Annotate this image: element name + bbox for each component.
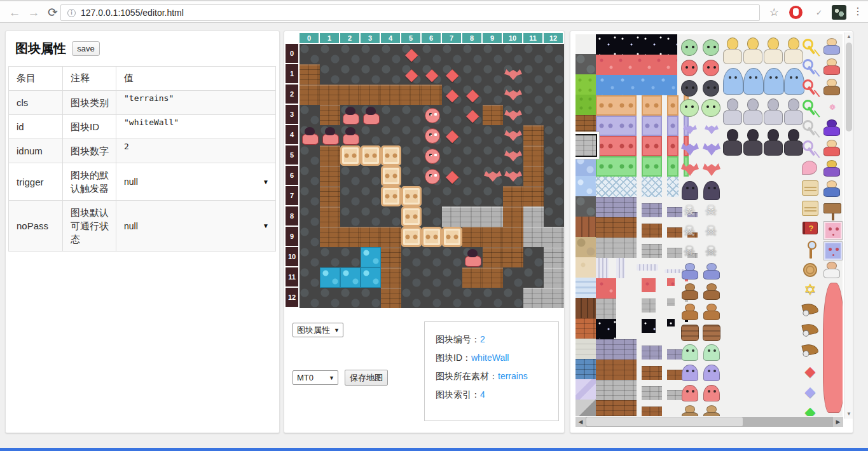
tileset-sprite-man[interactable] xyxy=(703,304,720,320)
tileset-tile[interactable] xyxy=(596,238,637,258)
tileset-sprite-skull[interactable]: ☠ xyxy=(703,243,719,259)
map-tile[interactable] xyxy=(523,84,544,105)
map-tile[interactable] xyxy=(523,145,544,166)
map-tile[interactable] xyxy=(361,84,381,105)
map-tile[interactable] xyxy=(340,64,361,84)
reload-icon[interactable]: ⟳ xyxy=(45,4,61,21)
map-tile[interactable] xyxy=(401,206,422,227)
map-sprite-gem[interactable]: ◆ xyxy=(401,64,422,84)
property-value-text[interactable]: 2 xyxy=(124,142,269,151)
map-tile[interactable] xyxy=(544,186,564,206)
vertical-scroll-thumb[interactable] xyxy=(846,43,852,131)
tileset-sprite-slime[interactable] xyxy=(703,60,719,76)
tileset-sprite-bat[interactable] xyxy=(703,163,720,177)
mode-select[interactable]: 图块属性▼ xyxy=(293,323,343,337)
map-tile[interactable] xyxy=(544,125,564,145)
map-sprite-slime[interactable] xyxy=(422,125,442,145)
map-tile[interactable] xyxy=(442,105,462,125)
tileset-sprite-ghost[interactable] xyxy=(703,365,720,381)
map-tile[interactable] xyxy=(422,206,442,227)
tileset-tile[interactable] xyxy=(667,227,682,238)
tileset-sprite-purple-ghost[interactable] xyxy=(682,365,698,381)
map-tile[interactable] xyxy=(401,105,422,125)
map-tile[interactable] xyxy=(381,64,401,84)
save-map-button[interactable]: 保存地图 xyxy=(345,370,388,386)
tileset-sprite-big-pink-creature[interactable] xyxy=(823,283,843,413)
map-tile[interactable] xyxy=(544,84,564,105)
map-tile[interactable] xyxy=(381,206,401,227)
tileset-tile[interactable] xyxy=(596,95,637,116)
page-info-icon[interactable]: i xyxy=(67,9,76,17)
map-tile[interactable] xyxy=(300,267,320,288)
tileset-tile[interactable] xyxy=(637,264,658,271)
map-tile[interactable] xyxy=(340,186,361,206)
tileset-tile[interactable] xyxy=(667,349,682,360)
tileset-tile[interactable] xyxy=(575,95,596,115)
tileset-sprite-wing-1[interactable] xyxy=(801,301,819,316)
tileset-tile[interactable] xyxy=(575,196,596,217)
map-sprite-skel[interactable] xyxy=(340,125,361,145)
back-icon[interactable]: ← xyxy=(6,4,23,21)
tileset-tile[interactable] xyxy=(667,390,682,400)
forward-icon[interactable]: → xyxy=(25,4,42,21)
map-tile[interactable] xyxy=(300,166,320,186)
map-tile[interactable] xyxy=(462,166,483,186)
map-tile[interactable] xyxy=(483,186,503,206)
tileset-sprite-man[interactable] xyxy=(784,129,803,156)
tileset-tile[interactable] xyxy=(596,55,677,75)
map-tile[interactable] xyxy=(320,206,340,227)
tileset-tile[interactable] xyxy=(596,75,677,95)
map-tile[interactable] xyxy=(361,267,381,288)
map-tile[interactable] xyxy=(462,206,483,227)
tileset-sprite-scroll-pen[interactable] xyxy=(802,180,818,196)
map-tile[interactable] xyxy=(320,186,340,206)
map-tile[interactable] xyxy=(483,288,503,308)
tileset-tile[interactable] xyxy=(642,299,656,313)
tileset-tile[interactable] xyxy=(667,319,675,326)
map-tile[interactable] xyxy=(483,227,503,247)
map-tile[interactable] xyxy=(300,145,320,166)
tileset-tile[interactable] xyxy=(575,237,596,257)
map-tile[interactable] xyxy=(320,44,340,64)
tileset-tile[interactable] xyxy=(596,360,637,380)
map-sprite-bat[interactable] xyxy=(503,105,523,125)
map-tile[interactable] xyxy=(320,247,340,267)
tileset-sprite-winged-staff[interactable] xyxy=(802,241,818,259)
map-tile[interactable] xyxy=(320,227,340,247)
map-tile[interactable] xyxy=(340,145,361,166)
tileset-sprite-man[interactable] xyxy=(743,129,762,156)
tileset-tile[interactable] xyxy=(642,136,662,156)
tileset-tile[interactable] xyxy=(575,278,596,298)
map-sprite-gem[interactable]: ◆ xyxy=(442,64,462,84)
tileset-tile[interactable] xyxy=(642,203,662,217)
tileset-tile[interactable] xyxy=(667,299,675,306)
map-tile[interactable] xyxy=(544,247,564,267)
tileset-sprite-old-man[interactable] xyxy=(823,38,840,55)
tileset-sprite-moai[interactable] xyxy=(703,325,720,341)
map-tile[interactable] xyxy=(442,227,462,247)
tileset-tile[interactable] xyxy=(667,156,679,177)
tileset-sprite-slime[interactable] xyxy=(703,80,719,97)
map-tile[interactable] xyxy=(483,145,503,166)
scroll-right-icon[interactable]: ▶ xyxy=(833,417,843,427)
map-tile[interactable] xyxy=(422,44,442,64)
map-tile[interactable] xyxy=(361,125,381,145)
map-tile[interactable] xyxy=(361,227,381,247)
map-tile[interactable] xyxy=(361,64,381,84)
map-sprite-bat[interactable] xyxy=(503,84,523,105)
map-tile[interactable] xyxy=(544,105,564,125)
tileset-tile[interactable] xyxy=(575,176,596,196)
map-tile[interactable] xyxy=(523,44,544,64)
tileset-sprite-man[interactable] xyxy=(703,405,720,416)
map-sprite-gem[interactable]: ◆ xyxy=(422,64,442,84)
tileset-sprite-man[interactable] xyxy=(764,37,783,64)
map-sprite-skel[interactable] xyxy=(300,125,320,145)
tileset-sprite-yellow-key[interactable] xyxy=(802,38,818,55)
map-tile[interactable] xyxy=(483,125,503,145)
map-tile[interactable] xyxy=(361,288,381,308)
scroll-up-icon[interactable]: ▲ xyxy=(844,32,853,41)
tileset-tile[interactable] xyxy=(667,95,679,116)
map-tile[interactable] xyxy=(401,166,422,186)
map-sprite-bat[interactable] xyxy=(503,125,523,145)
scroll-down-icon[interactable]: ▼ xyxy=(844,410,853,419)
